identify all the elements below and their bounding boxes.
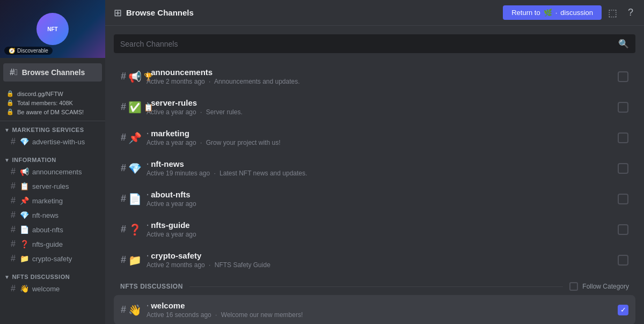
channel-checkbox-about-nfts[interactable] — [618, 194, 628, 204]
channel-row-welcome[interactable]: # 👋 · welcome Active 16 seconds ago · We… — [114, 295, 635, 324]
diamond-icon: 💎 — [20, 137, 29, 146]
channel-checkbox-server-rules[interactable] — [618, 102, 628, 113]
wave-icon: 👋 — [128, 304, 142, 316]
hash-icon: # — [11, 196, 16, 205]
sidebar-item-about-nfts[interactable]: # 📄 about-nfts — [2, 223, 103, 237]
folder-icon: 📁 — [20, 254, 29, 263]
clipboard-icon: 📋 — [20, 182, 29, 190]
sidebar-item-crypto-safety[interactable]: # 📁 crypto-safety — [2, 252, 103, 266]
channel-meta: Active 19 minutes ago · Latest NFT news … — [147, 170, 618, 177]
lock-icon-2: 🔒 — [6, 99, 14, 106]
channel-meta: Active a year ago — [147, 200, 618, 208]
dot-separator: · — [147, 190, 149, 199]
category-marketing-services: ▼ MARKETING SERVICES # 💎 advertise-with-… — [0, 121, 105, 151]
channel-row-announcements[interactable]: # 📢 🏆 · announcements Active 2 months ag… — [114, 62, 635, 91]
category-nfts-discussion: ▼ NFTS DISCUSSION # 👋 welcome — [0, 268, 105, 298]
channel-row-server-rules[interactable]: # ✅ 📋 · server-rules Active a year ago ·… — [114, 92, 635, 122]
collapse-arrow-icon-info: ▼ — [4, 157, 10, 163]
pushpin-icon: 📌 — [128, 131, 142, 144]
channel-row-marketing[interactable]: # 📌 · marketing Active a year ago · Grow… — [114, 123, 635, 152]
channel-name: · nft-news — [147, 159, 618, 168]
channel-checkbox-crypto-safety[interactable] — [618, 255, 628, 266]
channel-row-crypto-safety[interactable]: # 📁 · crypto-safety Active 2 months ago … — [114, 245, 635, 275]
channel-name: · about-nfts — [147, 190, 618, 199]
document-icon: 📄 — [128, 193, 142, 205]
search-icon: 🔍 — [618, 39, 629, 49]
channel-icons: # 📢 🏆 — [121, 70, 144, 83]
channel-meta: Active 2 months ago · NFTS Safety Guide — [147, 261, 618, 269]
topbar: ⊞ Browse Channels Return to 🌿 · discussi… — [105, 0, 644, 26]
hash-icon: # — [11, 284, 16, 293]
sidebar-item-nft-news[interactable]: # 💎 nft-news — [2, 208, 103, 222]
hash-icon: # — [11, 239, 16, 249]
search-input[interactable] — [120, 40, 614, 48]
pushpin-icon: 📌 — [20, 196, 29, 205]
channel-name: · crypto-safety — [147, 251, 618, 260]
server-logo: NFT — [36, 13, 69, 45]
hash-icon: # — [11, 137, 16, 146]
channel-checkbox-nfts-guide[interactable] — [618, 224, 628, 235]
channel-checkbox-welcome[interactable]: ✓ — [618, 305, 628, 315]
channel-checkbox-marketing[interactable] — [618, 132, 628, 143]
channels-grid-icon: ⊞ — [114, 7, 122, 19]
diamond-icon: 💎 — [128, 162, 142, 175]
channel-meta: Active 2 months ago · Announcements and … — [147, 78, 618, 85]
channel-info: · nfts-guide Active a year ago — [147, 220, 618, 238]
channel-name: · marketing — [147, 129, 618, 138]
sidebar-item-welcome[interactable]: # 👋 welcome — [2, 282, 103, 296]
channel-meta: Active a year ago · Server rules. — [147, 108, 618, 116]
sidebar-item-marketing[interactable]: # 📌 marketing — [2, 194, 103, 208]
sidebar-item-server-rules[interactable]: # 📋 server-rules — [2, 179, 103, 193]
checkmark-icon: ✓ — [620, 306, 626, 314]
channel-row-nft-news[interactable]: # 💎 · nft-news Active 19 minutes ago · L… — [114, 153, 635, 183]
server-invite-link[interactable]: 🔒 discord.gg/NFTW — [6, 89, 99, 98]
search-bar-container: 🔍 — [105, 34, 644, 62]
dot-separator: · — [147, 98, 149, 107]
category-header-information[interactable]: ▼ INFORMATION — [0, 153, 105, 164]
follow-category-container: Follow Category — [569, 282, 629, 291]
channel-checkbox-nft-news[interactable] — [618, 163, 628, 174]
channel-info: · crypto-safety Active 2 months ago · NF… — [147, 251, 618, 269]
hash-icon: # — [121, 224, 126, 235]
sidebar-item-announcements[interactable]: # 📢 announcements — [2, 165, 103, 179]
hash-icon: # — [121, 163, 126, 174]
server-banner: NFT 🧭 Discoverable — [0, 0, 105, 58]
hash-icon: # — [11, 210, 16, 220]
collapse-arrow-icon-disc: ▼ — [4, 274, 10, 280]
channel-info: · announcements Active 2 months ago · An… — [147, 68, 618, 85]
dot-separator: · — [147, 251, 149, 260]
follow-category-checkbox[interactable] — [569, 282, 578, 291]
sidebar-item-advertise-with-us[interactable]: # 💎 advertise-with-us — [2, 135, 103, 149]
hash-icon: # — [121, 101, 126, 113]
channel-icons: # ❓ — [121, 223, 144, 236]
sidebar-item-nfts-guide[interactable]: # ❓ nfts-guide — [2, 237, 103, 251]
browse-channels-section: #⃣ Browse Channels — [0, 58, 105, 87]
channel-checkbox-announcements[interactable] — [618, 71, 628, 82]
inbox-icon[interactable]: ⬚ — [606, 5, 619, 21]
document-icon: 📄 — [20, 225, 29, 234]
return-to-button[interactable]: Return to 🌿 · discussion — [503, 5, 602, 20]
server-members-count: 🔒 Total members: 408K — [6, 98, 99, 107]
hash-icon: # — [11, 167, 16, 176]
channel-name: · nfts-guide — [147, 220, 618, 230]
diamond-icon-news: 💎 — [20, 211, 29, 219]
channel-row-nfts-guide[interactable]: # ❓ · nfts-guide Active a year ago — [114, 215, 635, 244]
server-scam-warning: 🔒 Be aware of DM SCAMS! — [6, 107, 99, 116]
megaphone-icon: 📢 — [128, 70, 142, 83]
category-header-marketing[interactable]: ▼ MARKETING SERVICES — [0, 123, 105, 134]
browse-channels-sidebar-button[interactable]: #⃣ Browse Channels — [3, 63, 102, 82]
divider-line — [189, 286, 563, 287]
channel-meta: Active 16 seconds ago · Welcome our new … — [147, 311, 618, 319]
hash-icon: # — [121, 193, 126, 204]
hash-icon: # — [11, 225, 16, 234]
dot-separator: · — [147, 129, 149, 138]
channel-info: · nft-news Active 19 minutes ago · Lates… — [147, 159, 618, 177]
category-header-nfts-discussion[interactable]: ▼ NFTS DISCUSSION — [0, 270, 105, 281]
channel-icons: # 💎 — [121, 162, 144, 175]
channel-info: · marketing Active a year ago · Grow you… — [147, 129, 618, 146]
help-icon[interactable]: ? — [626, 5, 635, 20]
channel-row-about-nfts[interactable]: # 📄 · about-nfts Active a year ago — [114, 184, 635, 213]
dot-separator: · — [147, 301, 149, 310]
bullet-separator: · — [555, 9, 558, 17]
channel-meta: Active a year ago · Grow your project wi… — [147, 139, 618, 146]
